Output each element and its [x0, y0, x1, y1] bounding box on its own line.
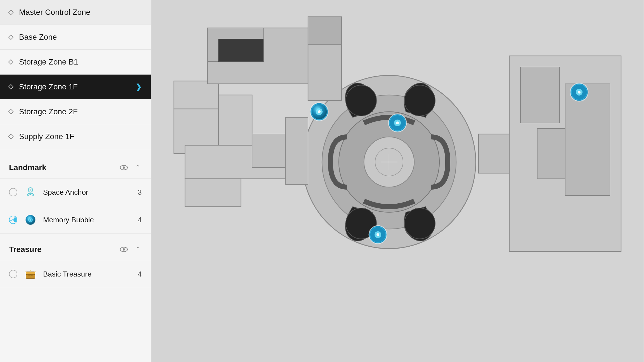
zone-label: Storage Zone 1F — [19, 82, 136, 91]
svg-line-15 — [35, 271, 36, 272]
zone-label: Base Zone — [19, 33, 142, 42]
svg-point-1 — [123, 166, 125, 169]
zone-item-base[interactable]: Base Zone — [0, 25, 151, 50]
zone-label: Storage Zone B1 — [19, 58, 142, 66]
svg-point-8 — [123, 248, 125, 251]
memory-bubble-checkbox[interactable] — [9, 216, 17, 224]
treasure-visibility-toggle[interactable] — [119, 244, 129, 254]
map-marker-2[interactable] — [389, 114, 406, 132]
svg-rect-35 — [286, 117, 308, 184]
zone-diamond-icon — [8, 84, 14, 90]
zone-item-storage-b1[interactable]: Storage Zone B1 — [0, 50, 151, 75]
landmark-section: Landmark ⌃ Space Anchor — [0, 155, 151, 234]
svg-point-28 — [404, 208, 435, 239]
svg-rect-30 — [174, 81, 219, 109]
memory-bubble-count: 4 — [138, 216, 142, 224]
zone-diamond-icon — [8, 134, 14, 139]
landmark-visibility-toggle[interactable] — [119, 163, 129, 173]
treasure-collapse-button[interactable]: ⌃ — [134, 246, 142, 253]
map-marker-1[interactable] — [310, 103, 328, 121]
zone-diamond-icon — [8, 59, 14, 65]
treasure-section-header: Treasure ⌃ — [0, 237, 151, 260]
sidebar: Master Control Zone Base Zone Storage Zo… — [0, 0, 151, 362]
landmark-section-title: Landmark — [9, 163, 119, 172]
landmark-item-memory-bubble: Memory Bubble 4 — [0, 206, 151, 234]
memory-bubble-label: Memory Bubble — [43, 216, 138, 224]
svg-point-53 — [396, 122, 399, 124]
map-floor-plan — [151, 0, 644, 362]
zone-label: Supply Zone 1F — [19, 132, 142, 141]
svg-point-26 — [404, 85, 435, 116]
basic-treasure-icon — [23, 267, 37, 281]
zone-item-storage-2f[interactable]: Storage Zone 2F — [0, 99, 151, 124]
map-marker-3[interactable] — [369, 226, 387, 244]
zone-item-master-control[interactable]: Master Control Zone — [0, 0, 151, 25]
zone-item-storage-1f[interactable]: Storage Zone 1F ❯ — [0, 75, 151, 99]
space-anchor-count: 3 — [138, 188, 142, 197]
zone-item-supply-1f[interactable]: Supply Zone 1F — [0, 124, 151, 149]
svg-point-25 — [346, 85, 377, 116]
zone-diamond-icon — [8, 9, 14, 15]
svg-point-49 — [318, 110, 321, 113]
svg-point-6 — [30, 219, 31, 221]
svg-point-57 — [377, 233, 379, 236]
zone-label: Master Control Zone — [19, 8, 142, 17]
basic-treasure-count: 4 — [138, 270, 142, 278]
svg-rect-40 — [565, 84, 610, 196]
zone-diamond-icon — [8, 109, 14, 115]
svg-point-3 — [30, 189, 32, 191]
landmark-item-space-anchor: Space Anchor 3 — [0, 178, 151, 206]
zone-label: Storage Zone 2F — [19, 107, 142, 116]
basic-treasure-label: Basic Treasure — [43, 270, 138, 278]
treasure-section-title: Treasure — [9, 245, 119, 254]
svg-point-13 — [30, 275, 31, 276]
memory-bubble-icon — [23, 213, 37, 227]
treasure-item-basic: Basic Treasure 4 — [0, 260, 151, 288]
space-anchor-checkbox[interactable] — [9, 188, 17, 196]
space-anchor-label: Space Anchor — [43, 188, 138, 197]
zone-active-check-icon: ❯ — [136, 83, 142, 91]
svg-rect-45 — [308, 17, 342, 45]
zone-list: Master Control Zone Base Zone Storage Zo… — [0, 0, 151, 149]
svg-line-14 — [25, 271, 25, 272]
map-container — [151, 0, 644, 362]
map-marker-4[interactable] — [570, 83, 588, 101]
svg-rect-43 — [219, 39, 263, 61]
basic-treasure-checkbox[interactable] — [9, 270, 17, 278]
landmark-section-header: Landmark ⌃ — [0, 155, 151, 178]
space-anchor-icon — [23, 185, 37, 199]
treasure-section: Treasure ⌃ — [0, 237, 151, 288]
svg-rect-38 — [520, 67, 560, 123]
svg-rect-33 — [185, 179, 241, 207]
landmark-collapse-button[interactable]: ⌃ — [134, 164, 142, 172]
svg-point-61 — [578, 91, 581, 94]
map-area[interactable] — [151, 0, 644, 362]
zone-diamond-icon — [8, 34, 14, 40]
